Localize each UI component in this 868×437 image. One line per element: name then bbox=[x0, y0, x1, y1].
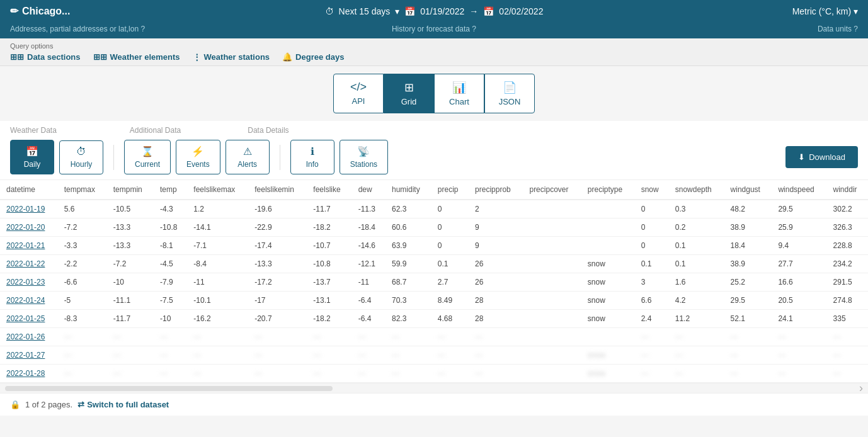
table-row: 2022-01-22-2.2-7.2-4.5-8.4-13.3-10.8-12.… bbox=[0, 255, 868, 273]
cell-datetime[interactable]: 2022-01-21 bbox=[0, 237, 58, 255]
btn-info[interactable]: ℹ Info bbox=[290, 140, 334, 174]
btn-daily[interactable]: 📅 Daily bbox=[10, 140, 54, 174]
cell-datetime[interactable]: 2022-01-22 bbox=[0, 255, 58, 273]
query-option-weather-stations[interactable]: ⋮ Weather stations bbox=[193, 52, 270, 62]
query-option-data-sections[interactable]: ⊞⊞ Data sections bbox=[10, 52, 81, 62]
cell-datetime[interactable]: 2022-01-24 bbox=[0, 292, 58, 310]
cell-datetime[interactable]: 2022-01-23 bbox=[0, 273, 58, 292]
cell-winddir: 234.2 bbox=[827, 255, 868, 273]
lock-icon: 🔒 bbox=[10, 400, 20, 409]
tab-api-label: API bbox=[352, 96, 365, 106]
cell-feelslike: -11.7 bbox=[307, 200, 351, 219]
btn-daily-label: Daily bbox=[24, 160, 41, 169]
header: ✏ Chicago... ⏱ Next 15 days ▾ 📅 01/19/20… bbox=[0, 0, 868, 38]
cell-windgust: 18.4 bbox=[724, 237, 772, 255]
cell-feelslikemin: -17 bbox=[248, 292, 307, 310]
history-help-icon[interactable]: ? bbox=[472, 25, 476, 33]
btn-hourly[interactable]: ⏱ Hourly bbox=[59, 140, 103, 174]
stations-icon: 📡 bbox=[357, 145, 370, 157]
header-location[interactable]: ✏ Chicago... bbox=[10, 5, 216, 17]
cell-feelslike: — bbox=[307, 346, 351, 365]
cell-feelslikemax: -7.1 bbox=[187, 237, 248, 255]
cell-precipcover bbox=[523, 310, 581, 328]
cell-feelslikemax: -8.4 bbox=[187, 255, 248, 273]
cell-datetime[interactable]: 2022-01-26 bbox=[0, 328, 58, 346]
cell-preciptype: snow bbox=[581, 292, 635, 310]
cell-tempmax: — bbox=[58, 365, 107, 383]
btn-events-label: Events bbox=[186, 160, 210, 169]
col-dew: dew bbox=[352, 180, 385, 200]
cell-feelslikemin: — bbox=[248, 328, 307, 346]
cell-precip: 2.7 bbox=[431, 273, 469, 292]
cell-temp: -4.3 bbox=[154, 200, 187, 219]
cell-precipcover bbox=[523, 273, 581, 292]
tab-chart[interactable]: 📊 Chart bbox=[434, 74, 484, 113]
cell-dew: — bbox=[352, 365, 385, 383]
btn-stations[interactable]: 📡 Stations bbox=[340, 140, 388, 174]
query-option-weather-elements[interactable]: ⊞⊞ Weather elements bbox=[93, 52, 180, 62]
cell-datetime[interactable]: 2022-01-27 bbox=[0, 346, 58, 365]
data-sections-icon: ⊞⊞ bbox=[10, 52, 24, 62]
data-units-help-icon[interactable]: ? bbox=[854, 25, 858, 33]
cell-precip: 8.49 bbox=[431, 292, 469, 310]
cell-snow: 0 bbox=[635, 237, 669, 255]
info-icon: ℹ bbox=[311, 145, 314, 157]
tab-api[interactable]: </> API bbox=[333, 74, 384, 113]
scroll-right-arrow[interactable]: › bbox=[859, 382, 863, 395]
events-icon: ⚡ bbox=[191, 145, 204, 157]
cell-datetime[interactable]: 2022-01-20 bbox=[0, 219, 58, 237]
cell-dew: -6.4 bbox=[352, 310, 385, 328]
query-options-label: Query options bbox=[10, 42, 858, 50]
query-option-degree-days[interactable]: 🔔 Degree days bbox=[282, 52, 344, 62]
header-units[interactable]: Metric (°C, km) ▾ bbox=[653, 6, 859, 16]
download-button[interactable]: ⬇ Download bbox=[785, 146, 858, 168]
cell-feelslikemin: — bbox=[248, 346, 307, 365]
cell-feelslikemax: -10.1 bbox=[187, 292, 248, 310]
date-to[interactable]: 02/02/2022 bbox=[499, 6, 543, 16]
units-label[interactable]: Metric (°C, km) bbox=[792, 6, 851, 16]
table-row: 2022-01-28——————————snow————— bbox=[0, 365, 868, 383]
separator-1 bbox=[113, 145, 114, 170]
cell-feelslikemin: -19.6 bbox=[248, 200, 307, 219]
table-row: 2022-01-195.6-10.5-4.31.2-19.6-11.7-11.3… bbox=[0, 200, 868, 219]
col-precipprob: precipprob bbox=[469, 180, 523, 200]
cell-humidity: 60.6 bbox=[385, 219, 431, 237]
cell-precipprob: 26 bbox=[469, 273, 523, 292]
tab-grid[interactable]: ⊞ Grid bbox=[384, 74, 434, 113]
date-range-label[interactable]: Next 15 days bbox=[339, 6, 391, 16]
cell-tempmax: -8.3 bbox=[58, 310, 107, 328]
cell-precipcover bbox=[523, 328, 581, 346]
location-text[interactable]: Chicago... bbox=[22, 6, 70, 17]
cell-precipcover bbox=[523, 365, 581, 383]
footer: 🔒 1 of 2 pages. ⇄ Switch to full dataset bbox=[0, 393, 868, 416]
grid-icon: ⊞ bbox=[404, 81, 414, 94]
units-chevron-icon[interactable]: ▾ bbox=[854, 6, 858, 16]
btn-alerts[interactable]: ⚠ Alerts bbox=[226, 140, 270, 174]
cell-datetime[interactable]: 2022-01-28 bbox=[0, 365, 58, 383]
btn-current[interactable]: ⌛ Current bbox=[124, 140, 171, 174]
location-help-icon[interactable]: ? bbox=[140, 25, 145, 33]
cell-tempmax: -7.2 bbox=[58, 219, 107, 237]
location-hint: Addresses, partial addresses or lat,lon … bbox=[10, 25, 216, 33]
horizontal-scrollbar[interactable]: › bbox=[0, 383, 868, 393]
cell-windspeed: 16.6 bbox=[772, 273, 826, 292]
cell-windspeed: 25.9 bbox=[772, 219, 826, 237]
cell-feelslike: -10.7 bbox=[307, 237, 351, 255]
cell-feelslikemax: -16.2 bbox=[187, 310, 248, 328]
cell-tempmin: -7.2 bbox=[107, 255, 154, 273]
cell-precipprob: 26 bbox=[469, 255, 523, 273]
cell-winddir: 228.8 bbox=[827, 237, 868, 255]
api-icon: </> bbox=[350, 81, 367, 94]
cell-humidity: 68.7 bbox=[385, 273, 431, 292]
cell-precipcover bbox=[523, 200, 581, 219]
cell-datetime[interactable]: 2022-01-19 bbox=[0, 200, 58, 219]
tab-json[interactable]: 📄 JSON bbox=[484, 74, 535, 113]
cell-precipprob: — bbox=[469, 328, 523, 346]
date-from[interactable]: 01/19/2022 bbox=[420, 6, 464, 16]
chevron-down-icon[interactable]: ▾ bbox=[395, 6, 399, 16]
btn-events[interactable]: ⚡ Events bbox=[176, 140, 220, 174]
cell-datetime[interactable]: 2022-01-25 bbox=[0, 310, 58, 328]
cell-temp: -8.1 bbox=[154, 237, 187, 255]
switch-to-full-dataset-link[interactable]: ⇄ Switch to full dataset bbox=[77, 400, 169, 409]
scrollbar-track[interactable] bbox=[5, 386, 333, 391]
